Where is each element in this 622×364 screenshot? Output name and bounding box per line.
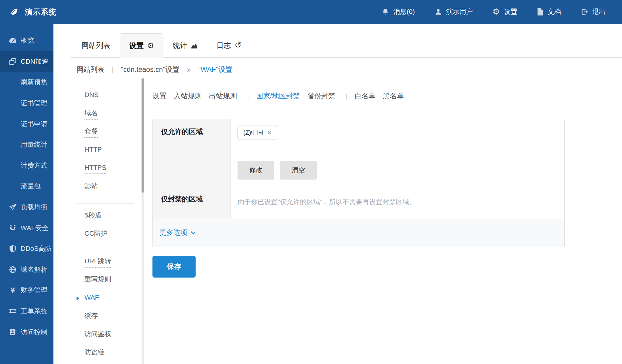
- waf-tab-outbound-rules[interactable]: 出站规则: [209, 91, 237, 101]
- sidebar-item-finance[interactable]: ¥ 财务管理: [0, 280, 53, 301]
- region-tag-china[interactable]: (Z)中国 ×: [238, 126, 277, 140]
- sidebar-item-cert-apply[interactable]: 证书申请: [0, 113, 53, 134]
- sidebar-item-dns-resolve[interactable]: 域名解析: [0, 259, 53, 280]
- save-button[interactable]: 保存: [152, 256, 196, 278]
- sidebar-label: 用量统计: [21, 140, 47, 149]
- subnav-item-cc-protect[interactable]: CC防护: [53, 225, 142, 244]
- brand[interactable]: 演示系统: [0, 7, 56, 17]
- allowed-region-actions: 修改 清空: [238, 161, 560, 180]
- docs-menu-item[interactable]: 文档: [537, 7, 561, 16]
- sidebar-label: 刷新预热: [21, 78, 47, 87]
- subnav-item-access-auth[interactable]: 访问鉴权: [53, 326, 142, 344]
- subnav-item-origin[interactable]: 源站: [53, 178, 142, 196]
- messages-menu-item[interactable]: 消息(0): [381, 7, 415, 16]
- sidebar-label: CDN加速: [21, 57, 49, 66]
- sidebar-item-cert-manage[interactable]: 证书管理: [0, 93, 53, 114]
- sidebar-label: 访问控制: [21, 328, 47, 337]
- subnav-divider: [77, 203, 134, 204]
- sidebar: 概览 CDN加速 刷新预热 证书管理 证书申请 用量统计 计费方式 流量包 负载…: [0, 24, 53, 364]
- more-options-label: 更多选项: [159, 228, 187, 237]
- site-tabbar: 网站列表 设置 ⚙ 统计 日志 ↺: [71, 24, 622, 58]
- subnav-item-hotlink-protect[interactable]: 防盗链: [53, 344, 142, 362]
- main-content: 网站列表 设置 ⚙ 统计 日志 ↺ 网站列表 | "cdn.teaos.cn"设…: [53, 24, 622, 364]
- subnav-label: 防盗链: [84, 348, 104, 359]
- user-icon: [434, 8, 442, 16]
- more-options-link[interactable]: 更多选项: [159, 228, 196, 237]
- subnav-item-https[interactable]: HTTPS: [53, 160, 142, 178]
- subnav-item-rewrite-rules[interactable]: 重写规则: [53, 271, 142, 289]
- blocked-region-placeholder: 由于你已设置"仅允许的区域"，所以不需要再设置封禁区域。: [231, 186, 564, 219]
- modify-button[interactable]: 修改: [238, 161, 274, 180]
- breadcrumb-waf-settings[interactable]: "WAF"设置: [198, 65, 232, 74]
- subnav-label: 缓存: [84, 311, 98, 322]
- bell-icon: [381, 8, 389, 16]
- region-input-underline[interactable]: [238, 151, 560, 151]
- subnav-item-domain[interactable]: 域名: [53, 105, 142, 123]
- tab-site-list[interactable]: 网站列表: [72, 33, 120, 57]
- user-menu-item[interactable]: 演示用户: [434, 7, 473, 16]
- sidebar-label: 概览: [21, 36, 34, 45]
- waf-tab-blacklist[interactable]: 黑名单: [383, 91, 404, 101]
- subnav-item-waf[interactable]: WAF: [53, 289, 142, 308]
- sidebar-item-traffic-pack[interactable]: 流量包: [0, 176, 53, 197]
- subnav-item-5s-shield[interactable]: 5秒盾: [53, 207, 142, 225]
- sidebar-item-load-balancer[interactable]: 负载均衡: [0, 197, 53, 218]
- tab-statistics[interactable]: 统计: [163, 33, 207, 57]
- waf-tab-country-block[interactable]: 国家/地区封禁: [256, 91, 300, 101]
- docs-label: 文档: [548, 7, 561, 16]
- waf-tab-settings[interactable]: 设置: [152, 91, 166, 101]
- leaf-logo-icon: [9, 7, 19, 17]
- tab-settings[interactable]: 设置 ⚙: [120, 33, 163, 58]
- chart-icon: [191, 42, 198, 49]
- subnav-item-dns[interactable]: DNS: [53, 87, 142, 105]
- region-block-form: 仅允许的区域 (Z)中国 × 修改 清空: [152, 119, 565, 247]
- sidebar-item-ddos[interactable]: DDoS高防: [0, 238, 53, 259]
- subnav-item-url-redirect[interactable]: URL跳转: [53, 253, 142, 271]
- subnav-label: HTTP: [84, 146, 102, 155]
- waf-tab-inbound-rules[interactable]: 入站规则: [174, 91, 202, 101]
- sidebar-item-cdn[interactable]: CDN加速: [0, 51, 53, 72]
- allowed-region-content: (Z)中国 × 修改 清空: [231, 119, 564, 186]
- subnav-item-plan[interactable]: 套餐: [53, 123, 142, 141]
- sidebar-label: DDoS高防: [21, 244, 52, 253]
- tab-logs[interactable]: 日志 ↺: [207, 33, 251, 57]
- sidebar-item-billing[interactable]: 计费方式: [0, 155, 53, 176]
- access-icon: [8, 328, 17, 336]
- ticket-icon: [8, 307, 17, 315]
- subnav-label: 域名: [84, 109, 98, 120]
- subnav-item-http[interactable]: HTTP: [53, 141, 142, 160]
- sidebar-item-overview[interactable]: 概览: [0, 30, 53, 51]
- clear-button[interactable]: 清空: [280, 161, 317, 180]
- waf-panel: 设置 入站规则 出站规则 | 国家/地区封禁 省份封禁 | 白名单 黑名单 仅允…: [144, 81, 622, 364]
- waf-tab-province-block[interactable]: 省份封禁: [307, 91, 335, 101]
- subnav-item-cache[interactable]: 缓存: [53, 308, 142, 326]
- subnav-label: 重写规则: [84, 275, 111, 286]
- breadcrumb-site-list[interactable]: 网站列表: [77, 65, 104, 74]
- gear-icon: ⚙: [492, 8, 500, 16]
- breadcrumb-arrow: »: [186, 65, 191, 74]
- globe-icon: [8, 265, 17, 274]
- waf-tab-whitelist[interactable]: 白名单: [354, 91, 375, 101]
- sidebar-item-usage-stats[interactable]: 用量统计: [0, 134, 53, 155]
- sidebar-label: 财务管理: [21, 286, 47, 295]
- sidebar-item-refresh-preheat[interactable]: 刷新预热: [0, 72, 53, 93]
- user-label: 演示用户: [446, 7, 473, 16]
- subnav-scrollbar-thumb[interactable]: [142, 78, 144, 193]
- load-balancer-icon: [8, 203, 17, 211]
- subnav-divider: [77, 249, 134, 249]
- logout-menu-item[interactable]: 退出: [580, 7, 606, 16]
- dashboard-icon: [8, 36, 17, 45]
- subnav-scrollbar-track[interactable]: [142, 78, 144, 364]
- allowed-region-tags: (Z)中国 ×: [238, 126, 560, 140]
- sidebar-item-waf-security[interactable]: WAF安全: [0, 217, 53, 238]
- sidebar-item-tickets[interactable]: 工单系统: [0, 301, 53, 322]
- waf-tab-separator: |: [247, 93, 249, 100]
- remove-tag-icon[interactable]: ×: [268, 130, 272, 136]
- document-icon: [537, 8, 544, 16]
- settings-menu-item[interactable]: ⚙ 设置: [492, 7, 517, 16]
- topbar: 演示系统 消息(0) 演示用户 ⚙ 设置 文档: [0, 0, 622, 24]
- settings-body: DNS 域名 套餐 HTTP HTTPS 源站 5秒盾 CC防护 URL跳转 重…: [53, 81, 622, 364]
- sidebar-item-access-control[interactable]: 访问控制: [0, 322, 53, 342]
- breadcrumb-site-settings[interactable]: "cdn.teaos.cn"设置: [121, 65, 179, 74]
- subnav-label: DNS: [84, 91, 98, 101]
